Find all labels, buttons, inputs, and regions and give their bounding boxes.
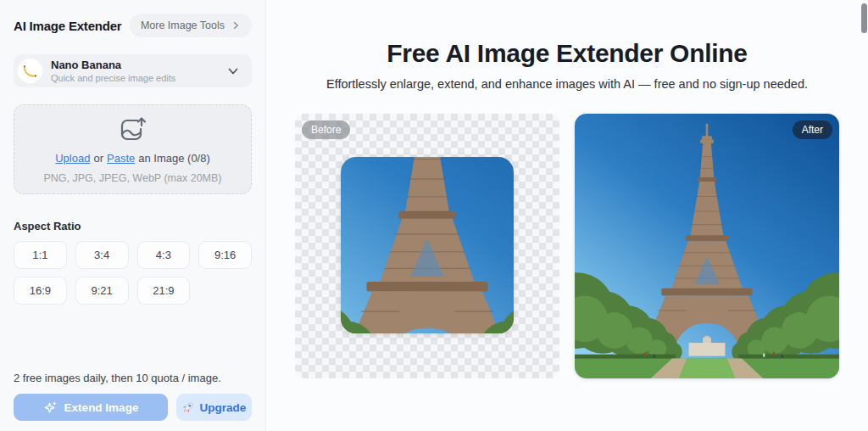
before-image [341,157,514,333]
upgrade-button[interactable]: Upgrade [176,394,252,421]
banana-icon [22,63,38,79]
more-image-tools-button[interactable]: More Image Tools [130,14,252,37]
model-avatar [18,59,42,83]
upload-dropzone[interactable]: Upload or Paste an Image (0/8) PNG, JPG,… [14,104,252,194]
upgrade-label: Upgrade [200,401,247,414]
image-upload-icon [117,115,149,144]
aspect-ratio-label: Aspect Ratio [14,220,252,232]
aspect-ratio-option-9-16[interactable]: 9:16 [198,241,252,269]
aspect-ratio-option-3-4[interactable]: 3:4 [75,241,129,269]
app-title: AI Image Extender [14,19,121,33]
upload-suffix-text: an Image (0/8) [138,152,210,165]
upload-instruction: Upload or Paste an Image (0/8) [55,152,210,165]
model-selector[interactable]: Nano Banana Quick and precise image edit… [14,54,252,87]
model-description: Quick and precise image edits [51,73,218,83]
before-panel: Before [295,114,559,378]
actions-row: Extend Image Upgrade [14,394,252,421]
extend-image-button[interactable]: Extend Image [14,394,168,421]
before-after-comparison: Before After [266,114,868,378]
page-subtitle: Effortlessly enlarge, extend, and enhanc… [266,77,868,91]
before-eiffel-artwork [341,157,514,333]
before-badge: Before [302,120,350,139]
model-name: Nano Banana [51,59,218,71]
after-badge: After [793,120,832,139]
aspect-ratio-option-21-9[interactable]: 21:9 [137,277,191,305]
after-eiffel-artwork [575,114,839,378]
aspect-ratio-option-4-3[interactable]: 4:3 [137,241,191,269]
extend-image-label: Extend Image [64,401,139,414]
more-image-tools-label: More Image Tools [141,20,225,31]
chevron-right-icon [231,20,241,31]
sidebar-spacer [14,305,252,372]
paste-link[interactable]: Paste [107,152,135,165]
sidebar: AI Image Extender More Image Tools Nano … [0,0,266,431]
main-content: Free AI Image Extender Online Effortless… [266,0,868,431]
sidebar-header: AI Image Extender More Image Tools [14,14,252,37]
model-texts: Nano Banana Quick and precise image edit… [51,59,218,83]
vertical-scrollbar[interactable] [861,3,867,33]
sparkle-icon [43,400,58,415]
aspect-ratio-grid: 1:1 3:4 4:3 9:16 16:9 9:21 21:9 [14,241,252,305]
upload-link[interactable]: Upload [55,152,90,165]
upload-or-text: or [93,152,103,165]
aspect-ratio-option-16-9[interactable]: 16:9 [14,277,67,305]
upload-formats-note: PNG, JPG, JPEG, WebP (max 20MB) [43,172,221,184]
page-title: Free AI Image Extender Online [266,39,868,68]
chevron-down-icon [226,64,240,78]
aspect-ratio-option-9-21[interactable]: 9:21 [75,277,129,305]
rocket-icon [182,401,195,414]
quota-note: 2 free images daily, then 10 quota / ima… [14,372,252,384]
aspect-ratio-option-1-1[interactable]: 1:1 [14,241,67,269]
after-panel: After [575,114,839,378]
